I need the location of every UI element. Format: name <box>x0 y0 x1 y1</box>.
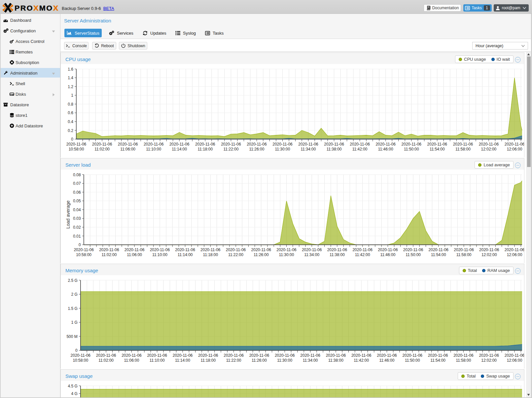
svg-text:2020-11-06: 2020-11-06 <box>403 248 423 252</box>
svg-text:11:02:00: 11:02:00 <box>98 358 114 363</box>
svg-text:11:22:00: 11:22:00 <box>228 252 243 257</box>
svg-text:2020-11-06: 2020-11-06 <box>169 142 190 147</box>
svg-text:12:06:00: 12:06:00 <box>507 358 522 363</box>
svg-text:11:58:00: 11:58:00 <box>456 252 472 257</box>
svg-text:2020-11-06: 2020-11-06 <box>272 142 293 147</box>
svg-text:12:02:00: 12:02:00 <box>481 252 497 257</box>
svg-text:11:38:00: 11:38:00 <box>328 358 343 363</box>
svg-text:2020-11-06: 2020-11-06 <box>300 353 320 358</box>
svg-text:2020-11-06: 2020-11-06 <box>200 248 221 252</box>
svg-text:11:26:00: 11:26:00 <box>249 147 264 151</box>
svg-text:1.5 G: 1.5 G <box>68 306 77 311</box>
svg-text:11:06:00: 11:06:00 <box>120 147 135 151</box>
svg-text:2020-11-06: 2020-11-06 <box>352 248 372 252</box>
svg-text:11:02:00: 11:02:00 <box>101 252 117 257</box>
svg-text:2020-11-06: 2020-11-06 <box>74 248 94 252</box>
svg-text:11:38:00: 11:38:00 <box>327 147 342 151</box>
svg-text:2020-11-06: 2020-11-06 <box>99 248 119 252</box>
svg-text:2020-11-06: 2020-11-06 <box>350 142 370 147</box>
svg-text:11:18:00: 11:18:00 <box>197 147 213 151</box>
svg-text:11:42:00: 11:42:00 <box>355 252 370 257</box>
svg-text:11:14:00: 11:14:00 <box>172 147 187 151</box>
svg-text:11:10:00: 11:10:00 <box>152 252 167 257</box>
svg-text:12:02:00: 12:02:00 <box>481 358 497 363</box>
svg-text:2020-11-06: 2020-11-06 <box>144 142 164 147</box>
svg-text:2.5 G: 2.5 G <box>68 278 77 283</box>
svg-text:2020-11-06: 2020-11-06 <box>247 142 267 147</box>
svg-text:2020-11-06: 2020-11-06 <box>378 248 398 252</box>
svg-text:4 G: 4 G <box>71 391 77 396</box>
svg-text:11:10:00: 11:10:00 <box>150 358 165 363</box>
svg-text:1.4: 1.4 <box>68 76 73 80</box>
svg-text:2020-11-06: 2020-11-06 <box>298 142 318 147</box>
svg-text:2 G: 2 G <box>71 292 77 297</box>
svg-text:11:34:00: 11:34:00 <box>301 147 316 151</box>
svg-text:2020-11-06: 2020-11-06 <box>327 248 347 252</box>
svg-text:2020-11-06: 2020-11-06 <box>427 142 447 147</box>
svg-text:2020-11-06: 2020-11-06 <box>505 142 524 147</box>
svg-text:0.04: 0.04 <box>73 208 81 212</box>
svg-text:11:22:00: 11:22:00 <box>226 358 241 363</box>
svg-text:500 M: 500 M <box>66 334 77 339</box>
svg-text:2020-11-06: 2020-11-06 <box>505 248 524 252</box>
svg-text:2020-11-06: 2020-11-06 <box>275 353 295 358</box>
svg-text:11:22:00: 11:22:00 <box>223 147 238 151</box>
svg-text:2020-11-06: 2020-11-06 <box>124 248 145 252</box>
svg-text:2020-11-06: 2020-11-06 <box>324 142 344 147</box>
svg-text:11:50:00: 11:50:00 <box>405 358 420 363</box>
svg-text:11:26:00: 11:26:00 <box>252 358 267 363</box>
svg-text:2020-11-06: 2020-11-06 <box>479 248 499 252</box>
svg-text:2020-11-06: 2020-11-06 <box>71 353 91 358</box>
svg-text:1 G: 1 G <box>71 320 77 325</box>
svg-text:2020-11-06: 2020-11-06 <box>122 353 142 358</box>
svg-text:2020-11-06: 2020-11-06 <box>198 353 218 358</box>
svg-text:2020-11-06: 2020-11-06 <box>428 353 448 358</box>
svg-text:2020-11-06: 2020-11-06 <box>402 142 422 147</box>
svg-text:11:38:00: 11:38:00 <box>330 252 345 257</box>
svg-text:2020-11-06: 2020-11-06 <box>226 248 246 252</box>
svg-text:2020-11-06: 2020-11-06 <box>479 142 499 147</box>
svg-text:11:34:00: 11:34:00 <box>304 252 319 257</box>
svg-text:11:58:00: 11:58:00 <box>456 358 471 363</box>
svg-text:11:58:00: 11:58:00 <box>455 147 471 151</box>
svg-text:12:06:00: 12:06:00 <box>507 252 522 257</box>
svg-text:11:54:00: 11:54:00 <box>430 358 445 363</box>
svg-text:2020-11-06: 2020-11-06 <box>375 142 396 147</box>
svg-text:2020-11-06: 2020-11-06 <box>276 248 297 252</box>
svg-text:2020-11-06: 2020-11-06 <box>147 353 167 358</box>
svg-text:10:58:00: 10:58:00 <box>76 252 91 257</box>
svg-text:10:58:00: 10:58:00 <box>73 358 88 363</box>
svg-text:11:18:00: 11:18:00 <box>200 358 216 363</box>
svg-text:11:50:00: 11:50:00 <box>404 147 419 151</box>
svg-text:0: 0 <box>79 243 81 247</box>
svg-text:2020-11-06: 2020-11-06 <box>118 142 138 147</box>
svg-text:2020-11-06: 2020-11-06 <box>92 142 112 147</box>
svg-text:11:46:00: 11:46:00 <box>378 147 393 151</box>
svg-text:2020-11-06: 2020-11-06 <box>173 353 193 358</box>
svg-text:11:42:00: 11:42:00 <box>354 358 369 363</box>
svg-text:0.2: 0.2 <box>68 128 73 133</box>
svg-text:2020-11-06: 2020-11-06 <box>224 353 244 358</box>
svg-text:11:10:00: 11:10:00 <box>146 147 161 151</box>
svg-text:11:54:00: 11:54:00 <box>430 147 445 151</box>
svg-text:0.05: 0.05 <box>73 199 81 203</box>
svg-text:11:06:00: 11:06:00 <box>127 252 142 257</box>
svg-text:0.06: 0.06 <box>73 190 81 195</box>
svg-text:2020-11-06: 2020-11-06 <box>221 142 241 147</box>
svg-text:11:54:00: 11:54:00 <box>431 252 446 257</box>
svg-text:11:30:00: 11:30:00 <box>279 252 294 257</box>
svg-text:2020-11-06: 2020-11-06 <box>429 248 449 252</box>
svg-text:2020-11-06: 2020-11-06 <box>453 353 474 358</box>
svg-text:2020-11-06: 2020-11-06 <box>195 142 215 147</box>
svg-text:2020-11-06: 2020-11-06 <box>453 142 473 147</box>
svg-text:12:02:00: 12:02:00 <box>481 147 497 151</box>
svg-text:0.01: 0.01 <box>73 234 81 239</box>
svg-text:2020-11-06: 2020-11-06 <box>150 248 170 252</box>
svg-text:11:42:00: 11:42:00 <box>352 147 368 151</box>
svg-text:2020-11-06: 2020-11-06 <box>377 353 397 358</box>
svg-text:1: 1 <box>71 93 73 98</box>
svg-text:11:50:00: 11:50:00 <box>406 252 421 257</box>
svg-text:11:30:00: 11:30:00 <box>277 358 292 363</box>
svg-text:2020-11-06: 2020-11-06 <box>249 353 269 358</box>
svg-text:2020-11-06: 2020-11-06 <box>454 248 474 252</box>
